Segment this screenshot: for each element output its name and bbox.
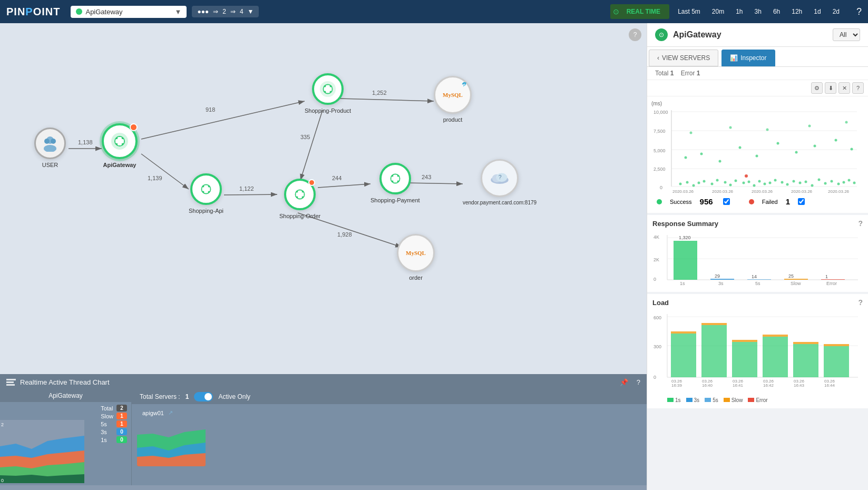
svg-text:2: 2 bbox=[1, 422, 4, 427]
svg-text:16:44:58: 16:44:58 bbox=[828, 193, 845, 194]
svg-rect-45 bbox=[6, 381, 14, 383]
svg-text:25: 25 bbox=[788, 273, 794, 279]
svg-point-22 bbox=[51, 139, 56, 144]
active-only-toggle[interactable] bbox=[194, 392, 213, 401]
node-shopping-order[interactable]: Shopping-Order bbox=[279, 179, 320, 219]
svg-text:?: ? bbox=[499, 174, 502, 180]
node-user[interactable]: USER bbox=[34, 128, 66, 168]
svg-rect-46 bbox=[6, 384, 15, 386]
svg-rect-140 bbox=[821, 279, 845, 280]
time-navigation: ⊙ REAL TIME Last 5m 20m 1h 3h 6h 12h 1d … bbox=[610, 4, 845, 19]
success-checkbox[interactable] bbox=[723, 198, 730, 205]
svg-point-89 bbox=[799, 182, 802, 184]
map-help-icon[interactable]: ? bbox=[629, 28, 641, 41]
right-panel: ⊙ ApiGateway All ‹ VIEW SERVERS 📊 Inspec… bbox=[647, 23, 868, 490]
svg-rect-159 bbox=[732, 340, 757, 342]
filter-select[interactable]: All bbox=[833, 28, 860, 41]
svg-rect-30 bbox=[324, 87, 331, 91]
node-apigateway[interactable]: ApiGateway bbox=[102, 123, 138, 168]
svg-text:1,139: 1,139 bbox=[148, 175, 162, 181]
help-icon[interactable]: ? bbox=[852, 82, 864, 94]
time-btn-20m[interactable]: 20m bbox=[707, 5, 729, 18]
svg-rect-156 bbox=[701, 325, 727, 377]
app-status-dot bbox=[76, 8, 82, 15]
realtime-button[interactable]: REAL TIME bbox=[620, 5, 667, 18]
svg-rect-44 bbox=[6, 379, 16, 380]
total-servers-panel: Total Servers : 1 Active Only apigw01 ↗ bbox=[132, 389, 647, 485]
svg-point-102 bbox=[739, 146, 742, 149]
thread-chart-help-icon[interactable]: ? bbox=[637, 378, 640, 386]
total-label: Total bbox=[655, 70, 668, 77]
connection-out-count: 4 bbox=[240, 8, 243, 15]
node-shopping-payment[interactable]: Shopping-Payment bbox=[370, 163, 420, 203]
time-btn-5m[interactable]: Last 5m bbox=[672, 5, 706, 18]
svg-point-73 bbox=[703, 180, 706, 183]
app-selector[interactable]: ApiGateway ▼ bbox=[71, 6, 187, 18]
svg-text:2K: 2K bbox=[654, 257, 659, 262]
svg-text:16:42:28: 16:42:28 bbox=[752, 193, 768, 194]
time-btn-2d[interactable]: 2d bbox=[827, 5, 845, 18]
svg-text:5,000: 5,000 bbox=[654, 148, 666, 153]
thread-chart-header: Realtime Active Thread Chart 📌 ? bbox=[0, 375, 647, 389]
error-count: 1 bbox=[697, 70, 700, 77]
svg-text:16:43:43: 16:43:43 bbox=[791, 193, 808, 194]
time-btn-12h[interactable]: 12h bbox=[786, 5, 807, 18]
svg-point-80 bbox=[748, 181, 750, 183]
time-btn-6h[interactable]: 6h bbox=[768, 5, 785, 18]
node-order[interactable]: MySQL order bbox=[397, 234, 435, 281]
node-product[interactable]: MySQL 🐬 product bbox=[434, 76, 472, 123]
download-icon[interactable]: ⬇ bbox=[825, 82, 836, 94]
thread-legend: Total 2 Slow 1 5s 1 bbox=[96, 402, 131, 483]
svg-rect-155 bbox=[671, 331, 696, 334]
svg-point-90 bbox=[805, 181, 807, 183]
svg-text:2,500: 2,500 bbox=[654, 166, 666, 172]
svg-point-83 bbox=[764, 183, 766, 185]
help-icon[interactable]: ? bbox=[856, 6, 862, 17]
time-btn-3h[interactable]: 3h bbox=[749, 5, 767, 18]
failed-checkbox[interactable] bbox=[798, 198, 805, 205]
thread-server-panel: ApiGateway bbox=[0, 389, 132, 485]
svg-text:Slow: Slow bbox=[791, 281, 801, 285]
node-shopping-order-label: Shopping-Order bbox=[279, 213, 320, 219]
tab-view-servers[interactable]: ‹ VIEW SERVERS bbox=[649, 50, 718, 66]
pin-icon[interactable]: 📌 bbox=[620, 378, 628, 386]
settings-icon[interactable]: ⚙ bbox=[811, 82, 823, 94]
server-row[interactable]: apigw01 ↗ bbox=[137, 407, 641, 419]
svg-text:1: 1 bbox=[825, 274, 828, 279]
scatter-plot-svg[interactable]: 10,000 7,500 5,000 2,500 0 bbox=[651, 107, 857, 194]
svg-point-110 bbox=[729, 126, 732, 129]
svg-line-3 bbox=[141, 101, 305, 139]
error-label: Error bbox=[681, 70, 695, 77]
node-shopping-product[interactable]: Shopping-Product bbox=[305, 73, 351, 114]
service-map[interactable]: ? 1,138 918 1,139 1 bbox=[0, 23, 647, 374]
svg-text:300: 300 bbox=[654, 344, 661, 349]
svg-point-96 bbox=[843, 181, 845, 184]
inspector-scroll-area[interactable]: (ms) 10,000 7,500 5,000 2,500 0 bbox=[647, 96, 868, 490]
load-help-icon[interactable]: ? bbox=[858, 298, 863, 307]
response-help-icon[interactable]: ? bbox=[858, 219, 863, 228]
tab-inspector[interactable]: 📊 Inspector bbox=[721, 50, 775, 66]
main-content: ? 1,138 918 1,139 1 bbox=[0, 23, 868, 490]
load-section: Load ? 600 300 0 bbox=[647, 294, 868, 408]
inspector-header: ⊙ ApiGateway All bbox=[647, 23, 868, 47]
total-servers-header: Total Servers : 1 Active Only bbox=[132, 389, 647, 404]
svg-point-93 bbox=[824, 182, 827, 185]
svg-text:4K: 4K bbox=[654, 234, 659, 240]
svg-rect-158 bbox=[732, 342, 757, 377]
node-shopping-api[interactable]: Shopping-Api bbox=[189, 173, 223, 214]
close-icon[interactable]: ✕ bbox=[838, 82, 850, 94]
node-shopping-product-label: Shopping-Product bbox=[305, 107, 351, 114]
time-btn-1h[interactable]: 1h bbox=[730, 5, 748, 18]
svg-point-84 bbox=[769, 182, 772, 184]
chevron-down-icon: ▼ bbox=[248, 8, 254, 15]
svg-text:16:41:13: 16:41:13 bbox=[712, 193, 729, 194]
time-btn-1d[interactable]: 1d bbox=[808, 5, 826, 18]
s3-label: 3s bbox=[101, 429, 107, 435]
external-link-icon[interactable]: ↗ bbox=[168, 409, 173, 416]
node-apigateway-label: ApiGateway bbox=[103, 162, 136, 168]
svg-rect-136 bbox=[747, 279, 771, 280]
node-vendor[interactable]: ? vendor.payment.card.com:8179 bbox=[463, 159, 537, 205]
svg-point-75 bbox=[716, 179, 719, 182]
svg-point-112 bbox=[808, 125, 811, 128]
svg-text:918: 918 bbox=[206, 106, 215, 113]
